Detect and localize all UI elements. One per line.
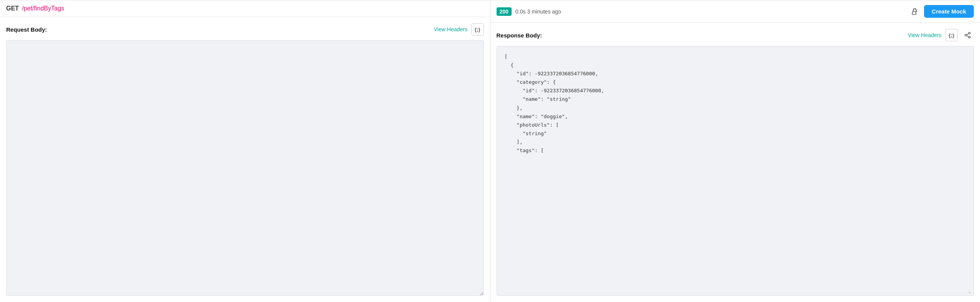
- response-body-section: Response Body: View Headers {;}: [490, 23, 980, 302]
- view-headers-link-right[interactable]: View Headers: [908, 32, 941, 38]
- json-icon-left: {;}: [475, 27, 480, 32]
- create-mock-button[interactable]: Create Mock: [924, 5, 974, 18]
- json-format-btn-right[interactable]: {;}: [945, 29, 958, 41]
- request-section-header: Request Body: View Headers {;}: [6, 23, 484, 36]
- request-body-section: Request Body: View Headers {;}: [0, 17, 490, 302]
- api-path: /pet/findByTags: [22, 5, 64, 12]
- response-meta: 0.0s 3 minutes ago: [515, 8, 906, 15]
- response-body-text: [ { "id": -9223372036854776000, "categor…: [505, 53, 968, 155]
- resize-handle[interactable]: ↘: [968, 290, 973, 295]
- response-header-actions: View Headers {;}: [908, 29, 974, 41]
- right-panel: 200 0.0s 3 minutes ago Create Mock Respo…: [490, 0, 980, 302]
- response-body-title: Response Body:: [497, 32, 542, 39]
- share-icon-btn[interactable]: [961, 29, 974, 41]
- request-body-textarea[interactable]: [6, 40, 484, 296]
- left-panel: GET /pet/findByTags Request Body: View H…: [0, 0, 490, 302]
- status-badge: 200: [497, 7, 512, 16]
- view-headers-link-left[interactable]: View Headers: [434, 26, 468, 32]
- json-format-btn-left[interactable]: {;}: [471, 23, 484, 36]
- svg-line-6: [966, 34, 968, 35]
- response-body-container[interactable]: [ { "id": -9223372036854776000, "categor…: [497, 46, 974, 296]
- response-section-header: Response Body: View Headers {;}: [497, 29, 974, 41]
- svg-line-5: [966, 36, 968, 37]
- main-container: GET /pet/findByTags Request Body: View H…: [0, 0, 980, 302]
- right-header: 200 0.0s 3 minutes ago Create Mock: [490, 0, 980, 23]
- request-body-title: Request Body:: [6, 26, 47, 33]
- http-method: GET: [6, 5, 19, 12]
- right-header-actions: Create Mock: [909, 5, 974, 18]
- left-header: GET /pet/findByTags: [0, 0, 490, 17]
- request-header-actions: View Headers {;}: [434, 23, 484, 36]
- beaker-icon[interactable]: [909, 6, 920, 17]
- json-icon-right: {;}: [949, 32, 954, 38]
